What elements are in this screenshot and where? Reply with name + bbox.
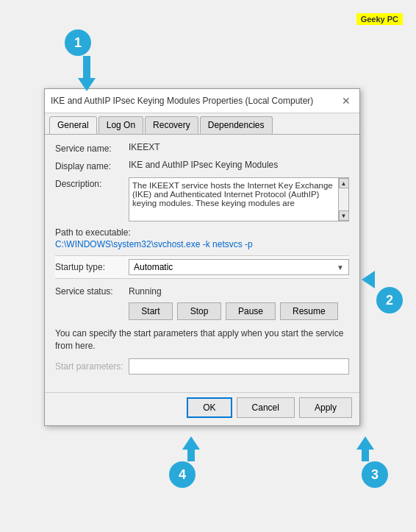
service-status-value: Running — [129, 286, 162, 297]
description-scrollbar[interactable]: ▲ ▼ — [338, 178, 348, 221]
dialog-titlebar: IKE and AuthIP IPsec Keying Modules Prop… — [45, 89, 359, 113]
tab-dependencies[interactable]: Dependencies — [200, 116, 273, 134]
display-name-value: IKE and AuthIP IPsec Keying Modules — [129, 160, 349, 170]
startup-type-row: Startup type: Automatic ▼ — [55, 255, 349, 279]
tab-general[interactable]: General — [49, 116, 97, 135]
service-status-label: Service status: — [55, 286, 129, 297]
path-label: Path to executable: — [55, 227, 349, 238]
dialog-content: Service name: IKEEXT Display name: IKE a… — [45, 135, 359, 392]
tab-recovery[interactable]: Recovery — [145, 116, 198, 134]
service-status-row: Service status: Running — [55, 286, 349, 297]
annotation-4-circle: 4 — [169, 461, 196, 488]
annotation-1-arrow — [78, 56, 96, 91]
annotation-3-arrow — [356, 436, 374, 461]
display-name-row: Display name: IKE and AuthIP IPsec Keyin… — [55, 160, 349, 171]
startup-type-label: Startup type: — [55, 262, 129, 272]
info-text: You can specify the start parameters tha… — [55, 327, 349, 352]
service-name-row: Service name: IKEEXT — [55, 142, 349, 154]
scroll-down-arrow[interactable]: ▼ — [339, 210, 349, 221]
annotation-3-circle: 3 — [362, 461, 388, 488]
annotation-2-arrow — [362, 271, 375, 288]
cancel-button[interactable]: Cancel — [237, 397, 295, 418]
description-label: Description: — [55, 177, 129, 189]
dialog-close-button[interactable]: ✕ — [339, 93, 354, 108]
dialog-footer: OK Cancel Apply — [45, 392, 359, 425]
service-name-value: IKEEXT — [129, 142, 349, 152]
annotation-4-arrow — [182, 436, 200, 461]
start-parameters-label: Start parameters: — [55, 361, 129, 372]
properties-dialog: IKE and AuthIP IPsec Keying Modules Prop… — [44, 88, 360, 426]
start-parameters-input[interactable] — [129, 358, 349, 375]
startup-type-dropdown-icon: ▼ — [337, 263, 344, 272]
dialog-title: IKE and AuthIP IPsec Keying Modules Prop… — [51, 96, 313, 106]
start-button[interactable]: Start — [129, 302, 173, 320]
startup-type-select[interactable]: Automatic ▼ — [129, 259, 349, 275]
watermark-label: Geeky PC — [356, 13, 403, 25]
display-name-label: Display name: — [55, 160, 129, 171]
service-name-label: Service name: — [55, 142, 129, 154]
path-value: C:\WINDOWS\system32\svchost.exe -k netsv… — [55, 239, 349, 249]
scroll-thumb[interactable] — [340, 189, 348, 210]
stop-button[interactable]: Stop — [177, 302, 221, 320]
path-row: Path to executable: C:\WINDOWS\system32\… — [55, 227, 349, 249]
apply-button[interactable]: Apply — [299, 397, 352, 418]
start-parameters-row: Start parameters: — [55, 358, 349, 375]
pause-button[interactable]: Pause — [226, 302, 276, 320]
dialog-tabs: General Log On Recovery Dependencies — [45, 113, 359, 135]
resume-button[interactable]: Resume — [280, 302, 338, 320]
annotation-2-circle: 2 — [376, 287, 403, 313]
annotation-1-circle: 1 — [65, 29, 91, 56]
startup-type-value: Automatic — [134, 262, 173, 272]
scroll-up-arrow[interactable]: ▲ — [339, 178, 349, 188]
ok-button[interactable]: OK — [187, 397, 232, 418]
control-buttons-row: Start Stop Pause Resume — [55, 302, 349, 320]
description-row: Description: The IKEEXT service hosts th… — [55, 177, 349, 221]
tab-logon[interactable]: Log On — [98, 116, 143, 134]
description-box: The IKEEXT service hosts the Internet Ke… — [129, 177, 349, 221]
description-text: The IKEEXT service hosts the Internet Ke… — [132, 181, 345, 208]
